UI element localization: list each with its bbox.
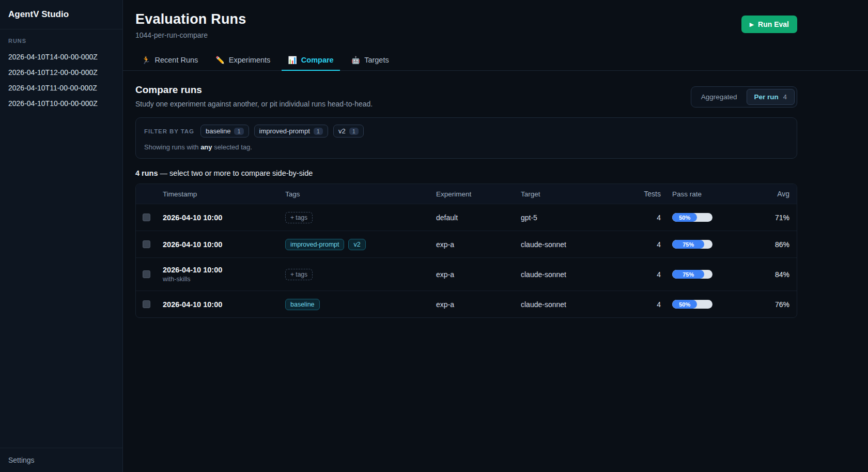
tag-name: v2 <box>338 127 346 135</box>
table-header-row: Timestamp Tags Experiment Target Tests P… <box>136 184 797 204</box>
row-select-checkbox[interactable] <box>143 214 150 221</box>
pass-rate-fill: 75% <box>672 270 704 279</box>
sidebar-run-item[interactable]: 2026-04-10T11-00-00-000Z <box>0 80 122 96</box>
col-tags: Tags <box>285 190 436 198</box>
app-title: AgentV Studio <box>0 0 122 29</box>
run-eval-label: Run Eval <box>758 20 789 28</box>
robot-icon: 🤖 <box>351 56 360 64</box>
col-experiment: Experiment <box>436 190 521 198</box>
col-target: Target <box>521 190 636 198</box>
run-tag-chip[interactable]: v2 <box>348 239 365 250</box>
run-target: claude-sonnet <box>521 300 636 309</box>
tab-targets[interactable]: 🤖 Targets <box>345 51 395 71</box>
table-row: 2026-04-10 10:00 improved-prompt v2 exp-… <box>136 231 797 257</box>
pass-rate-bar: 50% <box>672 300 712 309</box>
pass-rate-fill: 50% <box>672 213 697 222</box>
col-timestamp: Timestamp <box>163 190 285 198</box>
tag-name: baseline <box>206 127 230 135</box>
run-target: claude-sonnet <box>521 270 636 279</box>
sidebar: AgentV Studio RUNS 2026-04-10T14-00-00-0… <box>0 0 123 472</box>
tab-compare[interactable]: 📊 Compare <box>282 51 339 71</box>
col-tests: Tests <box>636 190 661 198</box>
pass-rate-bar: 75% <box>672 270 712 279</box>
bar-chart-icon: 📊 <box>288 56 297 64</box>
per-run-label: Per run <box>754 93 779 101</box>
run-tag-chip[interactable]: improved-prompt <box>285 239 344 250</box>
run-tests: 4 <box>636 270 661 279</box>
tag-count-badge: 1 <box>314 128 323 135</box>
add-tags-button[interactable]: + tags <box>285 269 313 280</box>
page-subtitle: 1044-per-run-compare <box>135 31 246 39</box>
pass-rate-label: 75% <box>683 241 694 248</box>
play-icon: ▶ <box>750 21 754 28</box>
aggregated-toggle-button[interactable]: Aggregated <box>693 89 745 105</box>
pass-rate-label: 50% <box>679 301 690 308</box>
settings-link[interactable]: Settings <box>0 448 122 472</box>
run-timestamp: 2026-04-10 10:00 with-skills <box>163 266 285 283</box>
tag-filter-card: FILTER BY TAG baseline 1 improved-prompt… <box>135 117 797 159</box>
sidebar-run-item[interactable]: 2026-04-10T14-00-00-000Z <box>0 49 122 65</box>
pass-rate-bar: 50% <box>672 213 712 222</box>
pass-rate-fill: 50% <box>672 300 697 309</box>
run-target: claude-sonnet <box>521 240 636 249</box>
run-tag-chip[interactable]: baseline <box>285 299 320 310</box>
runs-summary: 4 runs — select two or more to compare s… <box>135 169 797 177</box>
filter-hint-any: any <box>200 143 212 151</box>
tag-count-badge: 1 <box>349 128 359 135</box>
row-select-checkbox[interactable] <box>143 270 150 278</box>
compare-subtitle: Study one experiment against another, or… <box>135 100 373 108</box>
table-row: 2026-04-10 10:00 baseline exp-a claude-s… <box>136 291 797 317</box>
run-experiment: exp-a <box>436 300 521 309</box>
pass-rate-label: 75% <box>683 271 694 278</box>
compare-section: Compare runs Study one experiment agains… <box>123 71 810 318</box>
filter-by-tag-label: FILTER BY TAG <box>144 128 194 134</box>
tab-label: Compare <box>301 56 334 64</box>
per-run-count-badge: 4 <box>783 93 787 101</box>
row-select-checkbox[interactable] <box>143 300 150 308</box>
tag-filter-v2[interactable]: v2 1 <box>333 125 364 138</box>
tab-label: Experiments <box>229 56 271 64</box>
run-avg: 86% <box>738 240 797 249</box>
tag-filter-improved-prompt[interactable]: improved-prompt 1 <box>254 125 328 138</box>
run-sublabel: with-skills <box>163 276 285 283</box>
run-timestamp: 2026-04-10 10:00 <box>163 214 285 222</box>
run-timestamp: 2026-04-10 10:00 <box>163 240 285 249</box>
compare-title: Compare runs <box>135 84 373 96</box>
run-tests: 4 <box>636 300 661 309</box>
page-title: Evaluation Runs <box>135 11 246 27</box>
table-row: 2026-04-10 10:00 with-skills + tags exp-… <box>136 257 797 291</box>
run-tests: 4 <box>636 214 661 222</box>
pass-rate-label: 50% <box>679 215 690 221</box>
sidebar-run-item[interactable]: 2026-04-10T10-00-00-000Z <box>0 96 122 111</box>
run-target: gpt-5 <box>521 214 636 222</box>
sidebar-spacer <box>0 111 122 448</box>
tab-experiments[interactable]: ✏️ Experiments <box>209 51 276 71</box>
tab-recent-runs[interactable]: 🏃 Recent Runs <box>135 51 204 71</box>
tab-bar: 🏃 Recent Runs ✏️ Experiments 📊 Compare 🤖… <box>123 51 868 71</box>
tag-name: improved-prompt <box>259 127 310 135</box>
run-tests: 4 <box>636 240 661 249</box>
runner-icon: 🏃 <box>142 56 150 64</box>
sidebar-run-item[interactable]: 2026-04-10T12-00-00-000Z <box>0 65 122 80</box>
tag-count-badge: 1 <box>234 128 243 135</box>
per-run-toggle-button[interactable]: Per run 4 <box>747 89 795 105</box>
run-avg: 71% <box>738 214 797 222</box>
pass-rate-fill: 75% <box>672 240 704 249</box>
view-mode-toggle: Aggregated Per run 4 <box>691 86 797 108</box>
run-avg: 76% <box>738 300 797 309</box>
run-avg: 84% <box>738 270 797 279</box>
aggregated-label: Aggregated <box>701 93 737 101</box>
row-select-checkbox[interactable] <box>143 240 150 248</box>
run-eval-button[interactable]: ▶ Run Eval <box>741 16 797 33</box>
col-avg: Avg <box>738 190 797 198</box>
filter-hint: Showing runs with any selected tag. <box>144 143 788 151</box>
col-pass-rate: Pass rate <box>661 190 738 198</box>
runs-section-label: RUNS <box>0 29 122 49</box>
tag-filter-baseline[interactable]: baseline 1 <box>200 125 249 138</box>
runs-table: Timestamp Tags Experiment Target Tests P… <box>135 184 797 318</box>
tab-label: Recent Runs <box>154 56 198 64</box>
add-tags-button[interactable]: + tags <box>285 212 313 223</box>
tab-label: Targets <box>364 56 389 64</box>
main-content: Evaluation Runs 1044-per-run-compare ▶ R… <box>123 0 868 472</box>
table-row: 2026-04-10 10:00 + tags default gpt-5 4 … <box>136 204 797 231</box>
